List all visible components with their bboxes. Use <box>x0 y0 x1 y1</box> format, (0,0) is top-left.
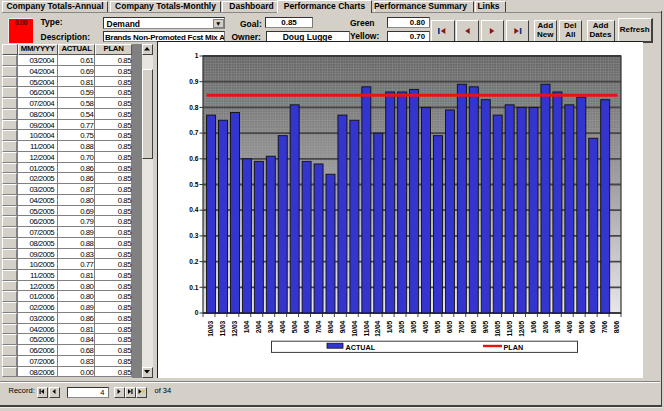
svg-text:6/06: 6/06 <box>589 321 596 334</box>
svg-text:0.1: 0.1 <box>189 284 198 291</box>
svg-text:10/04: 10/04 <box>351 321 358 337</box>
svg-text:11/03: 11/03 <box>219 321 226 337</box>
svg-text:0.3: 0.3 <box>189 232 198 239</box>
svg-text:7/04: 7/04 <box>315 321 322 334</box>
svg-text:0.8: 0.8 <box>189 104 198 111</box>
svg-text:4/05: 4/05 <box>422 321 429 334</box>
svg-text:7/06: 7/06 <box>601 321 608 334</box>
svg-text:12/05: 12/05 <box>518 321 525 337</box>
svg-text:4/06: 4/06 <box>566 321 573 334</box>
svg-text:11/05: 11/05 <box>506 321 513 337</box>
svg-text:1/05: 1/05 <box>386 321 393 334</box>
svg-text:3/06: 3/06 <box>554 321 561 334</box>
svg-text:10/05: 10/05 <box>494 321 501 337</box>
svg-text:0.6: 0.6 <box>189 155 198 162</box>
svg-text:0.2: 0.2 <box>189 258 198 265</box>
svg-text:1: 1 <box>195 52 199 59</box>
svg-text:PLAN: PLAN <box>504 343 524 352</box>
svg-text:9/05: 9/05 <box>482 321 489 334</box>
svg-text:8/06: 8/06 <box>613 321 620 334</box>
svg-text:2/05: 2/05 <box>398 321 405 334</box>
svg-text:5/06: 5/06 <box>578 321 585 334</box>
svg-text:5/05: 5/05 <box>434 321 441 334</box>
svg-text:12/04: 12/04 <box>374 321 381 337</box>
svg-text:ACTUAL: ACTUAL <box>346 343 376 352</box>
svg-text:0.9: 0.9 <box>189 78 198 85</box>
svg-text:2/04: 2/04 <box>255 321 262 334</box>
svg-text:2/06: 2/06 <box>542 321 549 334</box>
svg-text:3/05: 3/05 <box>410 321 417 334</box>
svg-text:6/05: 6/05 <box>446 321 453 334</box>
svg-text:1/04: 1/04 <box>243 321 250 334</box>
svg-text:5/04: 5/04 <box>291 321 298 334</box>
svg-text:0.5: 0.5 <box>189 181 198 188</box>
svg-text:8/04: 8/04 <box>327 321 334 334</box>
svg-text:0.4: 0.4 <box>189 206 198 213</box>
svg-text:1/06: 1/06 <box>530 321 537 334</box>
svg-text:4/04: 4/04 <box>279 321 286 334</box>
svg-text:12/03: 12/03 <box>231 321 238 337</box>
svg-text:9/04: 9/04 <box>339 321 346 334</box>
svg-text:11/04: 11/04 <box>363 321 370 337</box>
svg-text:0.7: 0.7 <box>189 129 198 136</box>
svg-text:6/04: 6/04 <box>303 321 310 334</box>
svg-text:7/05: 7/05 <box>458 321 465 334</box>
svg-text:3/04: 3/04 <box>267 321 274 334</box>
svg-text:10/03: 10/03 <box>207 321 214 337</box>
svg-text:8/05: 8/05 <box>470 321 477 334</box>
svg-text:0: 0 <box>195 309 199 316</box>
